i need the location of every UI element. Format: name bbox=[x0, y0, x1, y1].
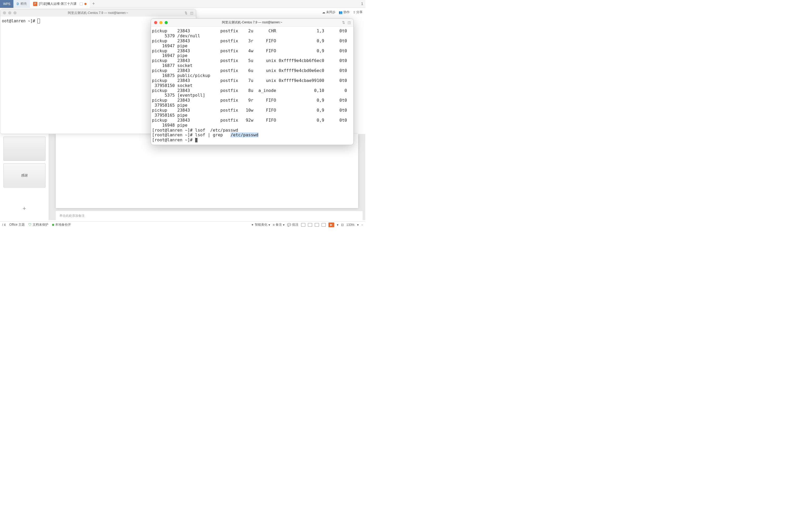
view-normal-icon[interactable] bbox=[301, 223, 305, 227]
main-slide-canvas[interactable] bbox=[56, 134, 358, 208]
theme-label[interactable]: Office 主题 bbox=[9, 223, 24, 227]
collab-button[interactable]: 👥协作 bbox=[339, 10, 350, 14]
smart-beautify-button[interactable]: ✦智能美化▾ bbox=[251, 223, 270, 227]
sync-status[interactable]: ☁未同步 bbox=[322, 10, 336, 14]
slide-thumbnails-panel[interactable]: 感谢 + bbox=[0, 134, 49, 220]
zoom-dropdown-icon[interactable]: ▾ bbox=[357, 223, 359, 227]
status-bar: / 4 Office 主题 ⛉文档未保护 本地备份开 ✦智能美化▾ ≡备注▾ 💬… bbox=[0, 221, 365, 228]
wps-top-actions: ☁未同步 👥协作 ⇪分享 bbox=[322, 10, 363, 14]
cursor-block bbox=[195, 138, 198, 143]
panes-icon[interactable]: ◫ bbox=[190, 11, 193, 15]
cloud-icon: ☁ bbox=[322, 10, 325, 14]
lsof-output-line: 5379 /dev/null bbox=[152, 33, 200, 38]
terminal-bg-title-actions: ⇅ ◫ bbox=[185, 11, 193, 15]
lsof-output-line: pickup 23843 postfix 92w FIFO 0,9 0t0 bbox=[152, 118, 347, 123]
lsof-output-line: 5375 [eventpoll] bbox=[152, 93, 205, 98]
minimize-icon[interactable] bbox=[159, 21, 162, 24]
lsof-output-line: 37958165 pipe bbox=[152, 103, 188, 108]
command-line-2-selection: /etc/passwd bbox=[231, 132, 258, 137]
notes-input[interactable]: 单击此处添加备注 bbox=[56, 211, 363, 220]
tab-wps-home[interactable]: WPS bbox=[0, 0, 13, 8]
magic-icon: ✦ bbox=[251, 223, 254, 227]
remarks-button[interactable]: ≡备注▾ bbox=[273, 223, 285, 227]
command-prompt: [root@lanren ~]# bbox=[152, 137, 195, 143]
add-slide-button[interactable]: + bbox=[3, 201, 46, 217]
view-split-icon[interactable] bbox=[321, 223, 326, 227]
tab-document-active[interactable]: P [只读]懒人运维-第三十六课 bbox=[30, 0, 90, 8]
command-line-1: [root@lanren ~]# lsof /etc/passwd bbox=[152, 128, 238, 133]
close-icon[interactable] bbox=[3, 11, 6, 14]
lsof-output-line: pickup 23843 postfix 5u unix 0xffff9e4cb… bbox=[152, 58, 347, 63]
lsof-output-line: 16947 pipe bbox=[152, 53, 188, 58]
lsof-output-line: 37958150 socket bbox=[152, 83, 193, 88]
fit-icon[interactable]: ⊡ bbox=[341, 223, 344, 227]
lsof-output-line: pickup 23843 postfix 7u unix 0xffff9e4cb… bbox=[152, 78, 347, 83]
share-icon: ⇪ bbox=[353, 10, 356, 14]
play-dropdown-icon[interactable]: ▾ bbox=[337, 223, 339, 227]
terminal-bg-title-text: 阿里云测试机-Centos 7.9 — root@lanren:~ bbox=[68, 11, 128, 15]
traffic-lights-active bbox=[154, 21, 168, 24]
new-tab-button[interactable]: + bbox=[90, 1, 98, 7]
minimize-icon[interactable] bbox=[8, 11, 11, 14]
lsof-output-line: pickup 23843 postfix 4w FIFO 0,9 0t0 bbox=[152, 48, 347, 53]
lsof-output-line: 16948 pipe bbox=[152, 123, 188, 128]
lsof-output-line: 16875 public/pickup bbox=[152, 73, 210, 78]
tab-daoke[interactable]: D 稻壳 bbox=[13, 0, 30, 8]
terminal-fg-title-actions: ⇅ ◫ bbox=[342, 20, 351, 24]
backup-status[interactable]: 本地备份开 bbox=[52, 223, 71, 227]
slideshow-button[interactable]: ▶ bbox=[328, 223, 334, 227]
lsof-output-line: 37958165 pipe bbox=[152, 113, 188, 118]
lsof-output-line: pickup 23843 postfix 3r FIFO 0,9 0t0 bbox=[152, 38, 347, 43]
shield-icon: ⛉ bbox=[29, 223, 32, 227]
transfer-icon[interactable]: ⇅ bbox=[342, 20, 345, 24]
terminal-bg-titlebar[interactable]: 阿里云测试机-Centos 7.9 — root@lanren:~ ⇅ ◫ bbox=[0, 9, 196, 16]
status-dot-icon bbox=[52, 224, 54, 226]
zoom-out-button[interactable]: − bbox=[361, 223, 363, 227]
zoom-level[interactable]: 133% bbox=[346, 223, 354, 227]
traffic-lights-inactive bbox=[3, 11, 16, 14]
terminal-fg-title-text: 阿里云测试机-Centos 7.9 — root@lanren:~ bbox=[222, 20, 282, 25]
page-indicator[interactable]: / 4 bbox=[2, 223, 5, 227]
zoom-icon[interactable] bbox=[13, 11, 16, 14]
daoke-icon: D bbox=[16, 2, 19, 6]
lsof-output-line: pickup 23843 postfix 8u a_inode 0,10 0 bbox=[152, 88, 347, 93]
lsof-output-line: 16947 pipe bbox=[152, 43, 188, 48]
dropdown-icon: ▾ bbox=[283, 223, 285, 227]
comment-icon: 💬 bbox=[287, 223, 291, 227]
view-sorter-icon[interactable] bbox=[308, 223, 312, 227]
status-right-group: ✦智能美化▾ ≡备注▾ 💬批注 ▶ ▾ ⊡ 133% ▾ − bbox=[251, 223, 363, 227]
comments-button[interactable]: 💬批注 bbox=[287, 223, 298, 227]
app-tab-bar: WPS D 稻壳 P [只读]懒人运维-第三十六课 + 1 bbox=[0, 0, 365, 8]
terminal-window-foreground: 阿里云测试机-Centos 7.9 — root@lanren:~ ⇅ ◫ pi… bbox=[151, 18, 354, 145]
protection-status[interactable]: ⛉文档未保护 bbox=[29, 223, 48, 227]
close-icon[interactable] bbox=[154, 21, 157, 24]
command-line-2-prefix: [root@lanren ~]# lsof | grep bbox=[152, 132, 231, 137]
zoom-icon[interactable] bbox=[165, 21, 168, 24]
transfer-icon[interactable]: ⇅ bbox=[185, 11, 188, 15]
people-icon: 👥 bbox=[339, 10, 343, 14]
lsof-output-line: pickup 23843 postfix 6u unix 0xffff9e4cb… bbox=[152, 68, 347, 73]
dropdown-icon: ▾ bbox=[268, 223, 270, 227]
status-left-group: / 4 Office 主题 ⛉文档未保护 本地备份开 bbox=[2, 223, 71, 227]
tab-modified-dot bbox=[85, 3, 87, 5]
share-button[interactable]: ⇪分享 bbox=[353, 10, 363, 14]
slide-thumbnail[interactable]: 感谢 bbox=[3, 163, 46, 187]
lsof-output-line: pickup 23843 postfix 2u CHR 1,3 0t0 bbox=[152, 29, 347, 33]
cursor-outline bbox=[37, 19, 40, 23]
terminal-fg-titlebar[interactable]: 阿里云测试机-Centos 7.9 — root@lanren:~ ⇅ ◫ bbox=[151, 19, 353, 26]
lsof-output-line: pickup 23843 postfix 9r FIFO 0,9 0t0 bbox=[152, 98, 347, 103]
presentation-icon: P bbox=[33, 2, 37, 6]
notes-icon: ≡ bbox=[273, 223, 274, 227]
wps-slide-workspace: 感谢 + 单击此处添加备注 bbox=[0, 134, 365, 220]
terminal-fg-content[interactable]: pickup 23843 postfix 2u CHR 1,3 0t0 5379… bbox=[151, 26, 353, 145]
tab-window-icon bbox=[80, 2, 83, 5]
lsof-output-line: 16877 socket bbox=[152, 63, 193, 68]
panes-icon[interactable]: ◫ bbox=[348, 20, 351, 24]
window-counter[interactable]: 1 bbox=[361, 2, 363, 6]
view-reading-icon[interactable] bbox=[315, 223, 319, 227]
lsof-output-line: pickup 23843 postfix 10w FIFO 0,9 0t0 bbox=[152, 108, 347, 113]
slide-thumbnail[interactable] bbox=[3, 136, 46, 161]
